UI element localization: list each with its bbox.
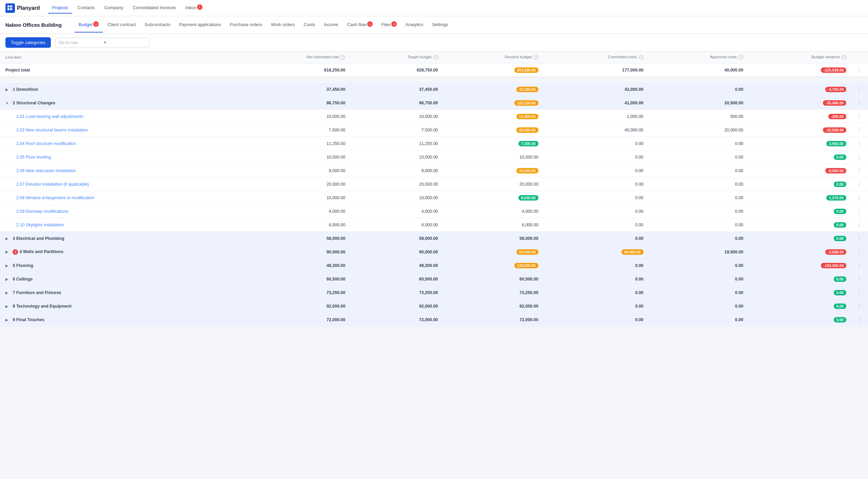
sub-revised: 4,000.00 [442, 205, 542, 218]
info-target-budget[interactable]: ? [433, 55, 438, 60]
nav-contacts[interactable]: Contacts [74, 2, 99, 14]
category-label: ▶ 9 Final Touches [0, 313, 237, 327]
sub-more-button[interactable]: ⋮ [854, 153, 864, 161]
category-more-button[interactable]: ⋮ [854, 302, 864, 310]
category-more-button[interactable]: ⋮ [854, 289, 864, 296]
nav-company[interactable]: Company [100, 2, 127, 14]
subnav-client-contract[interactable]: Client contract [103, 17, 140, 33]
subnav-payment-applications[interactable]: Payment applications [175, 17, 225, 33]
sub-item-link[interactable]: 2.09 Doorway modifications [16, 209, 68, 214]
table-row: 2.09 Doorway modifications 4,000.00 4,00… [0, 205, 868, 218]
nav-inbox[interactable]: Inbox1 [181, 2, 206, 14]
expand-icon[interactable]: ▶ [5, 88, 9, 91]
category-more-button[interactable]: ⋮ [854, 262, 864, 269]
subnav-costs[interactable]: Costs [300, 17, 319, 33]
go-to-row-input[interactable]: Go to row ▼ [55, 38, 150, 47]
subnav-analytics[interactable]: Analytics [401, 17, 427, 33]
sub-more-button[interactable]: ⋮ [854, 140, 864, 147]
expand-icon[interactable]: ▶ [5, 237, 9, 241]
subnav-purchase-orders[interactable]: Purchase orders [226, 17, 266, 33]
category-net: 58,000.00 [237, 232, 350, 245]
sub-item-link[interactable]: 2.08 Window enlargement or modification [16, 195, 94, 200]
subnav-settings[interactable]: Settings [428, 17, 452, 33]
info-approved-costs[interactable]: ? [738, 55, 743, 60]
sub-more-button[interactable]: ⋮ [854, 221, 864, 229]
category-variance: 0.00 [747, 232, 850, 245]
project-total-revised: 854,288.00 [442, 63, 542, 77]
category-more-button[interactable]: ⋮ [854, 248, 864, 256]
toggle-categories-button[interactable]: Toggle categories [5, 37, 51, 48]
table-row: 2.01 Load-bearing wall adjustments 10,00… [0, 110, 868, 123]
subnav-files[interactable]: Files4 [377, 17, 401, 33]
col-net-estimated-cost: Net estimated cost ? [237, 51, 350, 63]
category-label: ▶ 3 Electrical and Plumbing [0, 232, 237, 245]
svg-rect-0 [7, 5, 9, 7]
sub-item-link[interactable]: 2.04 Roof structure modification [16, 141, 76, 146]
sub-item-link[interactable]: 2.02 New structural beams installation [16, 128, 88, 132]
sub-item-link[interactable]: 2.06 New staircases installation [16, 168, 76, 173]
expand-icon[interactable]: ▶ [5, 277, 9, 281]
category-approved: 0.00 [648, 272, 748, 286]
project-total-more-button[interactable]: ⋮ [854, 66, 864, 74]
category-target: 37,450.00 [349, 83, 442, 96]
sub-variance: 1,370.00 [747, 191, 850, 205]
sub-target: 11,250.00 [349, 137, 442, 150]
sub-label: 2.05 Floor leveling [0, 150, 237, 164]
sub-more-button[interactable]: ⋮ [854, 167, 864, 174]
sub-item-link[interactable]: 2.07 Elevator installation (if applicabl… [16, 182, 89, 187]
category-label: ▶ 1 Demolition [0, 83, 237, 96]
sub-committed: 0.00 [542, 137, 648, 150]
sub-label: 2.01 Load-bearing wall adjustments [0, 110, 237, 123]
col-line-item: Line-item [0, 51, 237, 63]
category-more-button[interactable]: ⋮ [854, 316, 864, 324]
sub-item-link[interactable]: 2.05 Floor leveling [16, 155, 51, 160]
sub-more-button[interactable]: ⋮ [854, 180, 864, 188]
expand-icon[interactable]: ▶ [5, 250, 9, 254]
expand-icon[interactable]: ▶ [5, 264, 9, 268]
sub-variance: -32,500.00 [747, 123, 850, 137]
top-nav-items: Projects Contacts Company Consolidated I… [48, 2, 206, 14]
expand-icon[interactable]: ▶ [5, 305, 9, 308]
nav-projects[interactable]: Projects [48, 2, 72, 14]
subnav-subcontracts[interactable]: Subcontracts [140, 17, 174, 33]
info-net-estimated-cost[interactable]: ? [340, 55, 345, 60]
col-budget-variance: Budget variance ? [747, 51, 850, 63]
sub-revised: 16,000.00 [442, 164, 542, 178]
category-net: 92,000.00 [237, 299, 350, 313]
sub-item-link[interactable]: 2.10 Skylights installation [16, 223, 64, 227]
subnav-income[interactable]: Income [320, 17, 342, 33]
category-more-button[interactable]: ⋮ [854, 99, 864, 107]
expand-icon[interactable]: ▶ [5, 291, 9, 295]
collapse-icon[interactable]: ▼ [5, 101, 9, 105]
table-row: ▶ 1 Demolition 37,450.00 37,450.00 42,20… [0, 83, 868, 96]
sub-net: 10,000.00 [237, 150, 350, 164]
category-more-button[interactable]: ⋮ [854, 275, 864, 283]
sub-more-button[interactable]: ⋮ [854, 194, 864, 202]
sub-more-button[interactable]: ⋮ [854, 207, 864, 215]
expand-icon[interactable]: ▶ [5, 318, 9, 322]
alert-badge: 1 [13, 249, 18, 255]
category-label: ▼ 2 Structural Changes [0, 96, 237, 110]
info-committed-costs[interactable]: ? [639, 55, 644, 60]
table-row: 2.10 Skylights installation 6,000.00 6,0… [0, 218, 868, 232]
subnav-work-orders[interactable]: Work orders [267, 17, 299, 33]
toolbar: Toggle categories Go to row ▼ [0, 34, 868, 51]
sub-more-button[interactable]: ⋮ [854, 112, 864, 120]
table-row: ▶ 5 Flooring 48,300.00 48,300.00 230,600… [0, 259, 868, 272]
table-row: ▶ 6 Ceilings 60,500.00 60,500.00 60,500.… [0, 272, 868, 286]
category-committed: 0.00 [542, 232, 648, 245]
info-budget-variance[interactable]: ? [842, 55, 846, 60]
info-revised-budget[interactable]: ? [534, 55, 538, 60]
subnav-cash-flow[interactable]: Cash flow1 [343, 17, 377, 33]
sub-item-link[interactable]: 2.01 Load-bearing wall adjustments [16, 114, 83, 119]
category-more-button[interactable]: ⋮ [854, 85, 864, 93]
category-more-button[interactable]: ⋮ [854, 234, 864, 242]
cash-flow-badge: 1 [367, 21, 373, 27]
sub-more-button[interactable]: ⋮ [854, 126, 864, 134]
logo[interactable]: Planyard [5, 3, 40, 13]
category-variance: 0.00 [747, 272, 850, 286]
category-target: 58,000.00 [349, 232, 442, 245]
subnav-budget[interactable]: Budget1 [75, 17, 103, 33]
col-approved-costs: Approved costs ? [648, 51, 748, 63]
nav-consolidated-invoices[interactable]: Consolidated Invoices [129, 2, 180, 14]
